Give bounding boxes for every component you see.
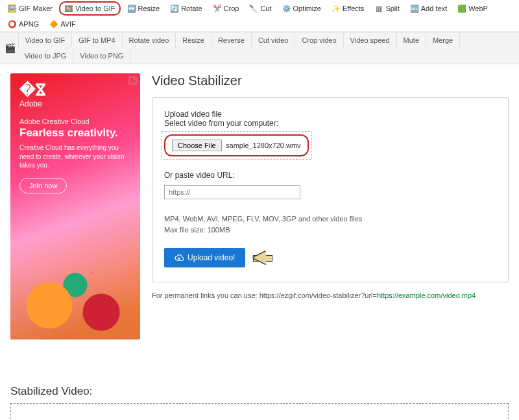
ad-banner[interactable]: ▷ �ⴵ Adobe Adobe Creative Cloud Fearless… [10, 73, 140, 340]
topnav-apng[interactable]: ⭕APNG [4, 18, 43, 30]
subnav-video-to-gif[interactable]: Video to GIF [18, 32, 73, 48]
optimize-icon: ⚙️ [282, 5, 291, 12]
subnav-video-to-png[interactable]: Video to PNG [73, 48, 130, 64]
file-input-row[interactable]: Choose File sample_1280x720.wmv [164, 134, 309, 156]
topnav-video-to-gif[interactable]: 🎞️Video to GIF [59, 1, 121, 16]
clapper-icon: 🎬 [4, 43, 17, 53]
subnav-rotate-video[interactable]: Rotate video [123, 32, 176, 48]
stabilized-output-placeholder [10, 403, 509, 420]
topnav-crop[interactable]: ✂️Crop [209, 3, 243, 14]
adobe-logo-icon: �ⴵ [19, 82, 131, 98]
ad-illustration [10, 203, 140, 340]
subnav-resize[interactable]: Resize [176, 32, 211, 48]
hint-maxsize: Max file size: 100MB [164, 225, 496, 236]
cut-icon: 🔪 [249, 5, 258, 12]
cloud-upload-icon [175, 253, 184, 262]
select-label: Select video from your computer: [164, 119, 496, 128]
topnav-split[interactable]: ▥Split [370, 3, 403, 14]
upload-button-label: Upload video! [187, 253, 235, 262]
subnav-gif-to-mp4[interactable]: GIF to MP4 [72, 32, 122, 48]
permalink-example-link[interactable]: https://example.com/video.mp4 [377, 291, 476, 299]
avif-icon: 🔶 [49, 20, 58, 28]
adchoices-icon[interactable]: ▷ [128, 76, 138, 85]
subnav-mute[interactable]: Mute [397, 32, 426, 48]
topnav-rotate[interactable]: 🔄Rotate [166, 3, 206, 14]
topnav-cut[interactable]: 🔪Cut [245, 3, 275, 14]
topnav-gif-maker[interactable]: 🖼️GIF Maker [4, 3, 56, 14]
ad-tagline-small: Adobe Creative Cloud [19, 117, 131, 125]
hint-formats: MP4, WebM, AVI, MPEG, FLV, MOV, 3GP and … [164, 214, 496, 225]
split-icon: ▥ [374, 5, 383, 12]
topnav-add-text[interactable]: 🔤Add text [406, 3, 451, 14]
rotate-icon: 🔄 [170, 5, 179, 12]
choose-file-button[interactable]: Choose File [172, 140, 222, 151]
panel-legend: Upload video file [164, 110, 222, 119]
sub-nav: 🎬 Video to GIFGIF to MP4Rotate videoResi… [0, 32, 519, 64]
selected-filename: sample_1280x720.wmv [226, 142, 301, 149]
effects-icon: ✨ [332, 5, 341, 12]
subnav-merge[interactable]: Merge [426, 32, 460, 48]
page-title: Video Stabilizer [152, 73, 509, 88]
ad-tagline-large: Fearless creativity. [19, 127, 131, 140]
pointer-arrow-icon [254, 251, 284, 264]
topnav-avif[interactable]: 🔶AVIF [45, 18, 80, 30]
add-text-icon: 🔤 [410, 5, 419, 12]
gif-maker-icon: 🖼️ [8, 5, 17, 12]
subnav-video-to-jpg[interactable]: Video to JPG [18, 48, 74, 64]
permalink-hint: For permanent links you can use: https:/… [152, 291, 509, 299]
ad-brand: Adobe [19, 99, 131, 108]
video-to-gif-icon: 🎞️ [64, 5, 73, 12]
subnav-reverse[interactable]: Reverse [211, 32, 252, 48]
topnav-effects[interactable]: ✨Effects [328, 3, 368, 14]
topnav-webp[interactable]: 🟩WebP [453, 3, 492, 14]
stabilized-video-heading: Stabilized Video: [10, 385, 509, 398]
crop-icon: ✂️ [213, 5, 222, 12]
upload-video-button[interactable]: Upload video! [164, 248, 245, 267]
upload-panel: Upload video file Select video from your… [152, 97, 509, 282]
top-nav: 🖼️GIF Maker🎞️Video to GIF↔️Resize🔄Rotate… [0, 0, 519, 32]
apng-icon: ⭕ [8, 20, 17, 28]
topnav-optimize[interactable]: ⚙️Optimize [278, 3, 325, 14]
webp-icon: 🟩 [457, 5, 466, 12]
or-paste-label: Or paste video URL: [164, 171, 496, 180]
subnav-crop-video[interactable]: Crop video [295, 32, 343, 48]
subnav-cut-video[interactable]: Cut video [252, 32, 295, 48]
ad-cta-button[interactable]: Join now [19, 178, 67, 193]
subnav-video-speed[interactable]: Video speed [344, 32, 397, 48]
ad-copy: Creative Cloud has everything you need t… [19, 143, 130, 170]
format-hint: MP4, WebM, AVI, MPEG, FLV, MOV, 3GP and … [164, 214, 496, 235]
topnav-resize[interactable]: ↔️Resize [123, 3, 164, 14]
video-url-input[interactable] [164, 185, 300, 199]
resize-icon: ↔️ [127, 5, 136, 12]
